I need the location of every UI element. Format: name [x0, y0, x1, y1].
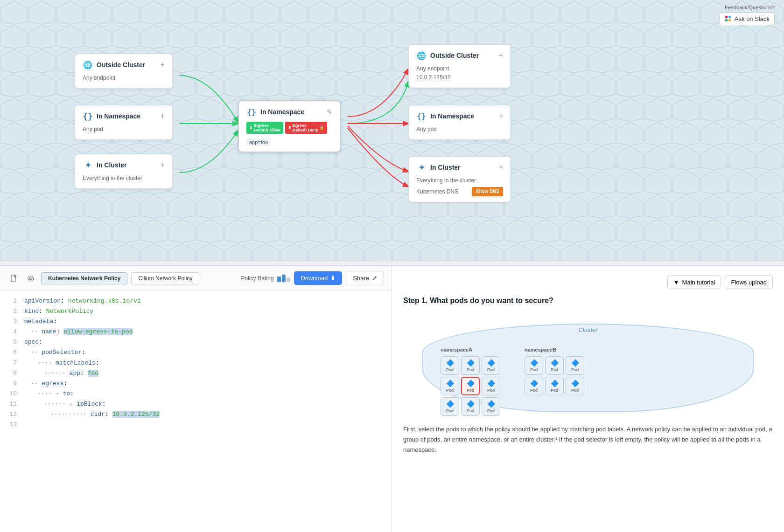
code-toolbar: Kubernetes Network Policy Cilium Network…	[0, 266, 392, 290]
in-cluster-right-icon: ✦	[416, 162, 427, 173]
svg-rect-2	[725, 19, 728, 21]
in-cluster-left-icon: ✦	[83, 160, 93, 170]
code-panel: Kubernetes Network Policy Cilium Network…	[0, 266, 392, 532]
line-num-4: 4	[7, 327, 17, 337]
code-line-4: 4 ·· name: allow-egress-to-pod	[7, 327, 384, 337]
code-line-7: 7 ···· matchLabels:	[7, 358, 384, 368]
pod-icon: 🔷	[446, 359, 454, 366]
code-line-10: 10 ···· - to:	[7, 389, 384, 399]
pod-b-6: 🔷Pod	[566, 377, 584, 395]
in-namespace-left-title: In Namespace	[97, 112, 140, 120]
code-line-13: 13	[7, 420, 384, 430]
policy-rating: Policy Rating	[241, 275, 290, 282]
namespace-b-label: namespaceB	[525, 347, 584, 352]
in-namespace-left-node: {} In Namespace + Any pod	[75, 105, 173, 140]
pod-icon: 🔷	[551, 380, 559, 387]
pod-icon: 🔷	[467, 400, 475, 408]
line-num-3: 3	[7, 317, 17, 327]
pod-icon: 🔷	[487, 400, 495, 408]
pod-a-2: 🔷Pod	[461, 356, 480, 375]
namespace-b-group: namespaceB 🔷Pod 🔷Pod 🔷Pod 🔷Pod 🔷Pod 🔷Pod	[525, 347, 584, 395]
pod-b-2: 🔷Pod	[545, 356, 564, 375]
outside-cluster-right-entry1: Any endpoint	[416, 64, 503, 73]
code-line-12: 12 ·········· cidr: 10.0.2.125/32	[7, 409, 384, 420]
in-namespace-left-plus[interactable]: +	[161, 112, 165, 120]
download-icon: ⬇	[330, 275, 336, 282]
in-namespace-right-icon: {}	[416, 111, 427, 121]
share-icon: ↗	[372, 275, 377, 282]
namespace-a-pod-grid: 🔷Pod 🔷Pod 🔷Pod 🔷Pod 🔷Pod 🔷Pod 🔷Pod 🔷Pod …	[441, 356, 500, 416]
code-line-2: 2 kind: NetworkPolicy	[7, 306, 384, 317]
center-title: In Namespace	[260, 108, 304, 116]
bottom-panel: Kubernetes Network Policy Cilium Network…	[0, 265, 784, 532]
drag-handle[interactable]: · · · · ·	[0, 261, 784, 265]
pod-icon: 🔷	[467, 359, 475, 366]
outside-cluster-right-title: Outside Cluster	[430, 52, 479, 59]
pod-a-4: 🔷Pod	[441, 377, 459, 395]
outside-cluster-right-plus[interactable]: +	[499, 51, 503, 60]
slack-button-label: Ask on Slack	[735, 15, 770, 22]
svg-rect-4	[11, 275, 15, 282]
line-content-2: kind: NetworkPolicy	[24, 306, 93, 317]
k8s-tab-button[interactable]: Kubernetes Network Policy	[41, 272, 127, 284]
pod-icon: 🔷	[446, 380, 454, 387]
code-line-3: 3 metadata:	[7, 317, 384, 327]
download-label: Download	[301, 275, 328, 282]
settings-icon-button[interactable]	[24, 272, 37, 285]
in-namespace-right-plus[interactable]: +	[499, 112, 503, 120]
ask-on-slack-button[interactable]: Ask on Slack	[719, 12, 775, 25]
line-content-4: ·· name: allow-egress-to-pod	[24, 327, 133, 337]
line-content-1: apiVersion: networking.k8s.io/v1	[24, 296, 141, 306]
code-line-5: 5 spec:	[7, 337, 384, 347]
in-cluster-left-plus[interactable]: +	[161, 161, 165, 169]
in-namespace-left-icon: {}	[83, 111, 93, 121]
rating-bar-1	[277, 276, 281, 282]
in-namespace-right-node: {} In Namespace + Any pod	[408, 105, 511, 140]
outside-cluster-left-node: 🌐 Outside Cluster + Any endpoint	[75, 54, 173, 89]
main-tutorial-dropdown[interactable]: ▼ Main tutorial	[667, 276, 721, 289]
outside-cluster-left-entry1: Any endpoint	[83, 74, 165, 83]
svg-rect-0	[725, 16, 728, 18]
new-file-icon-button[interactable]	[7, 272, 21, 285]
line-content-10: ···· - to:	[24, 389, 74, 399]
svg-point-5	[29, 277, 32, 280]
dropdown-chevron-icon: ▼	[673, 279, 679, 286]
outside-cluster-left-plus[interactable]: +	[161, 61, 165, 69]
tutorial-panel: ▼ Main tutorial Flows upload Step 1. Wha…	[392, 266, 784, 532]
outside-cluster-right-node: 🌐 Outside Cluster + Any endpoint 10.0.2.…	[408, 44, 511, 88]
tutorial-toolbar: ▼ Main tutorial Flows upload	[403, 276, 773, 289]
svg-rect-3	[728, 19, 731, 21]
diagram-area: Feedback/Questions? Ask on Slack	[0, 0, 784, 261]
line-num-1: 1	[7, 296, 17, 306]
in-namespace-right-entry1: Any pod	[416, 125, 503, 134]
line-content-8: ······ app: foo	[24, 368, 98, 379]
download-button[interactable]: Download ⬇	[294, 271, 342, 285]
in-namespace-left-entry1: Any pod	[83, 125, 165, 134]
line-num-7: 7	[7, 358, 17, 368]
tutorial-step-title: Step 1. What pods do you want to secure?	[403, 297, 773, 305]
line-content-12: ·········· cidr: 10.0.2.125/32	[24, 409, 160, 420]
in-cluster-right-plus[interactable]: +	[499, 163, 503, 172]
line-content-9: ·· egress:	[24, 379, 67, 389]
in-namespace-right-title: In Namespace	[430, 112, 474, 120]
center-edit-icon[interactable]: ✎	[327, 108, 332, 116]
namespace-a-label: namespaceA	[441, 347, 500, 352]
policy-rating-label: Policy Rating	[241, 275, 273, 282]
in-cluster-left-entry: Everything in the cluster	[83, 174, 165, 183]
line-num-2: 2	[7, 306, 17, 317]
share-button[interactable]: Share ↗	[346, 271, 384, 285]
pod-b-5: 🔷Pod	[545, 377, 564, 395]
in-cluster-right-title: In Cluster	[430, 164, 461, 171]
pod-b-3: 🔷Pod	[566, 356, 584, 375]
flows-upload-tab[interactable]: Flows upload	[725, 276, 773, 289]
line-content-3: metadata:	[24, 317, 57, 327]
cilium-tab-button[interactable]: Cilium Network Policy	[131, 272, 199, 284]
line-num-6: 6	[7, 347, 17, 358]
line-content-5: spec:	[24, 337, 42, 347]
line-content-6: ·· podSelector:	[24, 347, 85, 358]
outside-cluster-left-title: Outside Cluster	[97, 61, 145, 69]
rating-bar-2	[282, 275, 286, 282]
code-content[interactable]: 1 apiVersion: networking.k8s.io/v1 2 kin…	[0, 290, 392, 532]
namespace-a-group: namespaceA 🔷Pod 🔷Pod 🔷Pod 🔷Pod 🔷Pod 🔷Pod…	[441, 347, 500, 416]
code-line-1: 1 apiVersion: networking.k8s.io/v1	[7, 296, 384, 306]
